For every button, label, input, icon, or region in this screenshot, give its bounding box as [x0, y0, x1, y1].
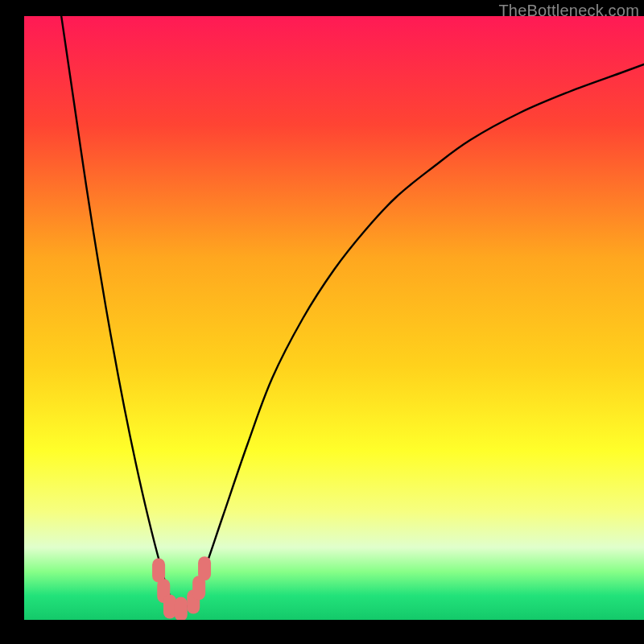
plot-area: [24, 16, 644, 620]
curve-marker: [163, 595, 176, 619]
curve-marker: [152, 559, 165, 583]
curve-marker: [198, 556, 211, 580]
curve-marker: [175, 597, 188, 621]
gradient-background: [24, 16, 644, 620]
bottleneck-chart: [24, 16, 644, 620]
chart-frame: TheBottleneck.com: [24, 0, 644, 620]
